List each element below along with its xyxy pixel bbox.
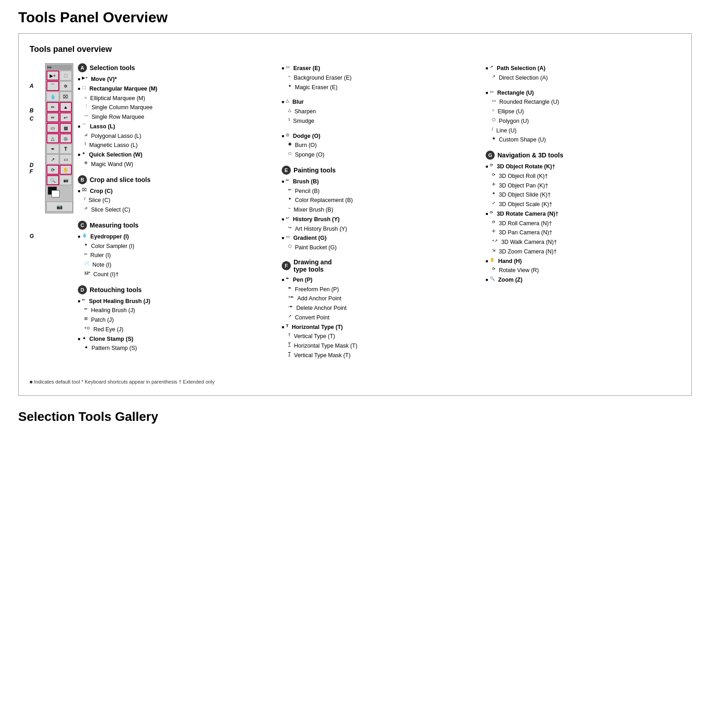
tool-3d-slide-name: 3D Object Slide (K)† — [499, 191, 551, 199]
tp-camera-btn[interactable]: 📷 — [60, 175, 72, 185]
tool-art-history: ↪ Art History Brush (Y) — [288, 225, 477, 233]
tool-freeform-pen: ✒ Freeform Pen (P) — [288, 285, 477, 294]
tool-crop: ⌧ Crop (C) — [78, 187, 273, 196]
tool-3d-slide: ✦ 3D Object Slide (K)† — [492, 191, 680, 199]
tp-gradient-btn[interactable]: ▦ — [60, 123, 72, 133]
tool-add-anchor: +✒ Add Anchor Point — [288, 294, 477, 303]
col-painting: ▭ Eraser (E) ~ Background Eraser (E) ✦ M… — [282, 63, 477, 366]
tool-clone-stamp: ▲ Clone Stamp (S) — [78, 335, 273, 344]
tool-count: 12³ Count (I)† — [84, 270, 273, 279]
tool-art-history-name: Art History Brush (Y) — [295, 225, 347, 233]
tool-bg-eraser: ~ Background Eraser (E) — [288, 74, 477, 82]
tp-blur-btn[interactable]: △ — [46, 133, 59, 143]
tool-move: ▶+ Move (V)* — [78, 75, 273, 84]
tp-history-btn[interactable]: ↩ — [60, 112, 72, 122]
tool-mixer-brush-name: Mixer Brush (B) — [294, 206, 333, 214]
tool-mixer-brush: ~ Mixer Brush (B) — [288, 206, 477, 214]
tools-panel-illustration: A B C D E F G ▶▶ ▶+ ⬚ — [30, 63, 73, 366]
tool-polygon: ⬡ Polygon (U) — [492, 117, 680, 126]
tp-eyedropper-btn[interactable]: 💧 — [46, 91, 59, 101]
tool-eraser: ▭ Eraser (E) — [282, 64, 477, 73]
tool-3d-rotate: ⟳ 3D Object Rotate (K)† — [486, 162, 680, 171]
footnote: ■ Indicates default tool * Keyboard shor… — [30, 375, 680, 384]
tool-crop-name: Crop (C) — [90, 188, 112, 194]
tool-quick-sel: ✦ Quick Selection (W) — [78, 151, 273, 159]
tool-line: / Line (U) — [492, 126, 680, 135]
tp-hand-btn[interactable]: ✋ — [60, 165, 72, 175]
tool-mag-lasso: ⌇ Magnetic Lasso (L) — [84, 141, 273, 150]
tp-topbar: ▶▶ — [46, 65, 72, 70]
tool-3d-pan-cam: ✛ 3D Pan Camera (N)† — [492, 228, 680, 237]
tp-stamp-btn[interactable]: ▲ — [60, 102, 72, 112]
tool-freeform-pen-name: Freeform Pen (P) — [295, 285, 339, 294]
tool-patch-name: Patch (J) — [91, 316, 114, 324]
tool-add-anchor-name: Add Anchor Point — [297, 294, 341, 303]
tp-zoom-btn[interactable]: 🔍 — [46, 175, 59, 185]
badge-g: G — [486, 151, 495, 160]
tool-rotate-view-name: Rotate View (R) — [499, 266, 539, 275]
tool-slice-sel: ⇗ Slice Select (C) — [84, 206, 273, 214]
tool-ruler: ═ Ruler (I) — [84, 251, 273, 260]
tp-path-btn[interactable]: ↗ — [46, 154, 59, 164]
tp-move-btn[interactable]: ▶+ — [46, 71, 59, 81]
tool-del-anchor-name: Delete Anchor Point — [296, 304, 347, 313]
tool-move-name: Move (V)* — [91, 76, 117, 82]
section-painting: E Painting tools ✏ Brush (B) ✏ Pencil (B… — [282, 166, 477, 252]
tool-3d-scale: ⤢ 3D Object Scale (K)† — [492, 200, 680, 209]
tool-3d-pan-name: 3D Object Pan (K)† — [499, 182, 548, 190]
section-painting-header: E Painting tools — [282, 166, 477, 175]
tp-brush-btn[interactable]: ✏ — [46, 112, 59, 122]
tool-3d-pan: ✛ 3D Object Pan (K)† — [492, 182, 680, 190]
tp-shape-btn[interactable]: ▭ — [60, 154, 72, 164]
tool-dodge-name: Dodge (O) — [293, 133, 320, 139]
tool-color-sampler-name: Color Sampler (I) — [91, 242, 134, 251]
tool-round-rect: ▭ Rounded Rectangle (U) — [492, 98, 680, 106]
tool-3d-roll-cam-name: 3D Roll Camera (N)† — [499, 219, 552, 228]
tool-spot-heal: ✏ Spot Healing Brush (J) — [78, 297, 273, 306]
tool-rotate-view: ⟳ Rotate View (R) — [492, 266, 680, 275]
tool-brush: ✏ Brush (B) — [282, 177, 477, 186]
section-drawing: F Drawing andtype tools ✒ Pen (P) ✒ Free… — [282, 258, 477, 360]
tp-heal-btn[interactable]: ✏ — [46, 102, 59, 112]
tp-lasso-btn[interactable]: ⌒ — [46, 81, 59, 91]
tool-ellipse: ○ Ellipse (U) — [492, 107, 680, 116]
tp-pen-btn[interactable]: ✒ — [46, 144, 59, 154]
tool-vert-type-name: Vertical Type (T) — [294, 332, 335, 341]
tool-single-row: --- Single Row Marquee — [84, 113, 273, 121]
tool-dodge: ◎ Dodge (O) — [282, 132, 477, 141]
tool-hand-name: Hand (H) — [498, 258, 522, 264]
tool-vert-mask-name: Vertical Type Mask (T) — [294, 351, 350, 360]
tp-btn-1b[interactable]: ⬚ — [60, 71, 72, 81]
section-retouch-header: D Retouching tools — [78, 285, 273, 294]
label-a: A — [30, 83, 37, 89]
col-shapes: ↗ Path Selection (A) ↗ Direct Selection … — [486, 63, 680, 366]
tool-color-replace: ✦ Color Replacement (B) — [288, 196, 477, 205]
tool-pencil-name: Pencil (B) — [295, 187, 320, 196]
section-nav-title: Navigation & 3D tools — [497, 152, 563, 159]
bottom-title: Selection Tools Gallery — [18, 410, 692, 424]
tool-horiz-mask-name: Horizontal Type Mask (T) — [294, 342, 357, 350]
tp-bottom-btn[interactable]: 📷 — [46, 202, 73, 212]
tool-sponge: ⬭ Sponge (O) — [288, 151, 477, 159]
tp-crop-btn[interactable]: ⌧ — [60, 91, 72, 101]
tool-history-brush: ↩ History Brush (Y) — [282, 215, 477, 224]
tool-lasso-name: Lasso (L) — [90, 123, 115, 130]
tool-sharpen-name: Sharpen — [294, 107, 316, 116]
tool-convert-point: ↗ Convert Point — [288, 313, 477, 322]
tool-zoom-name: Zoom (Z) — [498, 277, 522, 283]
tool-sharpen: △ Sharpen — [288, 107, 477, 116]
tp-3d-btn[interactable]: ⟳ — [46, 165, 59, 175]
tp-btn-2b[interactable]: ✲ — [60, 81, 72, 91]
label-c: C — [30, 116, 37, 121]
tool-pen: ✒ Pen (P) — [282, 276, 477, 284]
tool-rect-name: Rectangle (U) — [497, 90, 534, 96]
tp-eraser-btn[interactable]: ▭ — [46, 123, 59, 133]
badge-f: F — [282, 261, 291, 270]
tool-slice-name: Slice (C) — [89, 196, 111, 205]
tool-horiz-mask: T̲ Horizontal Type Mask (T) — [288, 342, 477, 350]
tp-dodge-btn[interactable]: ◎ — [60, 133, 72, 143]
badge-a: A — [78, 63, 87, 72]
tool-magic-wand-name: Magic Wand (W) — [91, 160, 133, 169]
tool-3d-scale-name: 3D Object Scale (K)† — [499, 200, 552, 209]
tp-type-btn[interactable]: T — [60, 144, 72, 154]
